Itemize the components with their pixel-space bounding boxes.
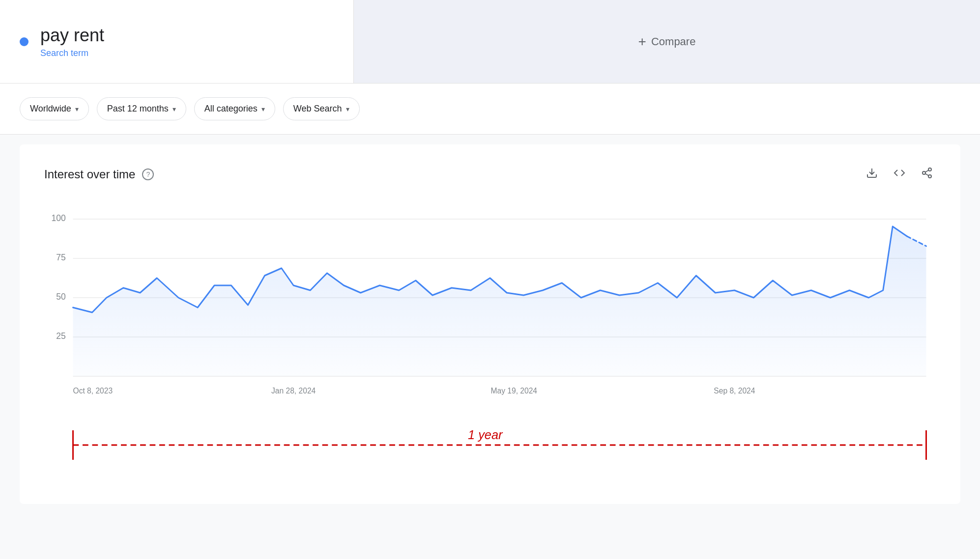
filter-location-label: Worldwide [30,104,71,114]
svg-text:25: 25 [56,331,66,341]
compare-label: Compare [651,35,695,48]
chart-title-area: Interest over time ? [44,168,154,181]
search-term-label: Search term [40,48,104,58]
compare-box[interactable]: + Compare [354,0,980,83]
embed-button[interactable] [891,164,908,185]
svg-point-1 [928,168,931,171]
chart-wrapper: 100 75 50 25 Oct 8, 2023 Jan 28, 2024 Ma… [44,199,936,406]
compare-plus-icon: + [638,34,646,50]
chart-section: Interest over time ? [20,144,960,504]
annotation-area: 1 year [44,420,936,479]
search-term-dot [20,37,29,46]
chart-header: Interest over time ? [44,164,936,185]
svg-text:May 19, 2024: May 19, 2024 [490,387,537,395]
compare-button[interactable]: + Compare [638,34,696,50]
filter-category[interactable]: All categories ▾ [194,97,275,120]
svg-text:Sep 8, 2024: Sep 8, 2024 [714,387,755,395]
chart-actions [863,164,936,185]
svg-text:Oct 8, 2023: Oct 8, 2023 [73,387,113,395]
chevron-down-icon: ▾ [261,105,265,113]
svg-text:50: 50 [56,292,66,302]
search-term-name: pay rent [40,25,104,46]
download-button[interactable] [863,164,881,185]
top-section: pay rent Search term + Compare [0,0,980,84]
svg-text:75: 75 [56,252,66,262]
chart-area [73,226,926,376]
share-button[interactable] [918,164,936,185]
interest-chart: 100 75 50 25 Oct 8, 2023 Jan 28, 2024 Ma… [44,199,936,406]
filter-search-type[interactable]: Web Search ▾ [283,97,360,120]
svg-text:Jan 28, 2024: Jan 28, 2024 [271,387,316,395]
filters-bar: Worldwide ▾ Past 12 months ▾ All categor… [0,84,980,135]
filter-category-label: All categories [204,104,258,114]
chevron-down-icon: ▾ [75,105,79,113]
svg-line-4 [925,174,929,176]
svg-point-2 [922,171,925,174]
filter-location[interactable]: Worldwide ▾ [20,97,89,120]
help-icon[interactable]: ? [142,168,154,180]
filter-time[interactable]: Past 12 months ▾ [97,97,186,120]
filter-time-label: Past 12 months [107,104,169,114]
search-term-box: pay rent Search term [0,0,354,83]
filter-search-type-label: Web Search [293,104,342,114]
svg-text:1 year: 1 year [468,428,503,442]
chart-title: Interest over time [44,168,135,181]
search-term-text: pay rent Search term [40,25,104,58]
svg-point-3 [928,175,931,178]
svg-line-5 [925,170,929,172]
annotation-svg: 1 year [44,420,936,479]
svg-text:100: 100 [52,213,66,223]
chevron-down-icon: ▾ [346,105,349,113]
chevron-down-icon: ▾ [173,105,176,113]
